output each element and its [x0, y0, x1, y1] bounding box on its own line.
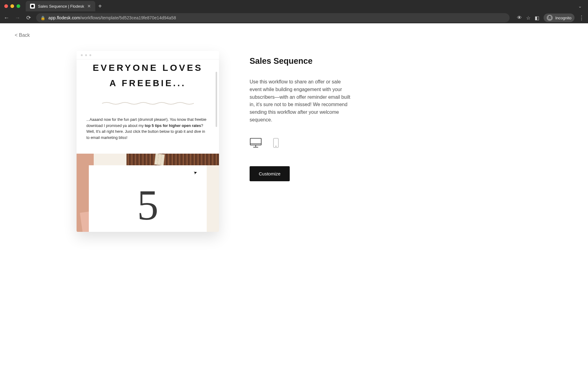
browser-chrome: Sales Sequence | Flodesk ✕ + ⌄ ← → ⟳ 🔒 a… [0, 0, 588, 23]
tab-close-icon[interactable]: ✕ [87, 4, 91, 8]
detail-panel: Sales Sequence Use this workflow to shar… [250, 51, 354, 232]
email-para-bold: top 5 tips for higher open rates [145, 124, 201, 128]
template-description: Use this workflow to share an offer or s… [250, 78, 354, 124]
chrome-right-icons: 👁 ☆ ◧ Incognito ⋮ [517, 13, 585, 22]
email-headline-line2: A FREEBIE... [86, 76, 210, 90]
url-path: /workflows/template/5d523cea19fe870e14d9… [80, 15, 176, 20]
preview-scrollbar[interactable] [216, 72, 217, 127]
wavy-divider-icon [102, 101, 194, 105]
back-link[interactable]: < Back [15, 33, 30, 38]
star-icon[interactable]: ☆ [526, 15, 530, 21]
incognito-pill[interactable]: Incognito [544, 13, 575, 22]
mobile-preview-button[interactable] [270, 137, 282, 148]
lock-icon: 🔒 [40, 16, 45, 20]
tabs-overflow-icon[interactable]: ⌄ [578, 4, 582, 9]
email-paragraph: ...Aaaand now for the fun part (drumroll… [77, 105, 219, 141]
tab-strip: Sales Sequence | Flodesk ✕ + ⌄ [0, 0, 588, 12]
window-traffic-lights [4, 4, 20, 8]
email-headline: EVERYONE LOVES A FREEBIE... [77, 59, 219, 90]
preview-dot-icon [81, 54, 83, 56]
address-bar: ← → ⟳ 🔒 app.flodesk.com/workflows/templa… [0, 12, 588, 23]
email-headline-line1: EVERYONE LOVES [86, 61, 210, 75]
email-hero-image: 5 [77, 154, 219, 232]
window-minimize-icon[interactable] [10, 4, 14, 8]
preview-body[interactable]: EVERYONE LOVES A FREEBIE... ...Aaaand no… [77, 59, 219, 232]
tab-title: Sales Sequence | Flodesk [38, 4, 84, 9]
hero-number: 5 [137, 184, 159, 227]
content: EVERYONE LOVES A FREEBIE... ...Aaaand no… [0, 23, 588, 232]
new-tab-button[interactable]: + [98, 3, 102, 9]
nav-forward-icon[interactable]: → [14, 15, 21, 21]
svg-point-5 [276, 146, 276, 147]
page-viewport: < Back EVERYONE LOVES A FREEBIE... ... [0, 23, 588, 368]
kebab-menu-icon[interactable]: ⋮ [579, 14, 585, 21]
incognito-icon [547, 15, 553, 21]
desktop-preview-button[interactable] [250, 137, 262, 148]
url-host: app.flodesk.com [48, 15, 80, 20]
hero-white-card: 5 [89, 165, 207, 232]
nav-reload-icon[interactable]: ⟳ [25, 15, 32, 21]
eye-off-icon[interactable]: 👁 [517, 15, 522, 21]
browser-tab[interactable]: Sales Sequence | Flodesk ✕ [26, 1, 95, 11]
incognito-label: Incognito [555, 16, 571, 20]
customize-button[interactable]: Customize [250, 166, 290, 181]
template-title: Sales Sequence [250, 56, 354, 66]
preview-window-titlebar [77, 51, 219, 59]
tab-favicon-icon [30, 4, 35, 9]
window-zoom-icon[interactable] [17, 4, 20, 8]
window-close-icon[interactable] [4, 4, 8, 8]
hero-wood-texture [126, 154, 219, 165]
preview-dot-icon [85, 54, 87, 56]
email-preview-card: EVERYONE LOVES A FREEBIE... ...Aaaand no… [77, 51, 219, 232]
side-panel-icon[interactable]: ◧ [535, 15, 539, 21]
device-toggle [250, 137, 354, 148]
nav-back-icon[interactable]: ← [3, 15, 10, 21]
url-text: app.flodesk.com/workflows/template/5d523… [48, 15, 176, 20]
preview-dot-icon [89, 54, 91, 56]
url-box[interactable]: 🔒 app.flodesk.com/workflows/template/5d5… [36, 13, 510, 22]
